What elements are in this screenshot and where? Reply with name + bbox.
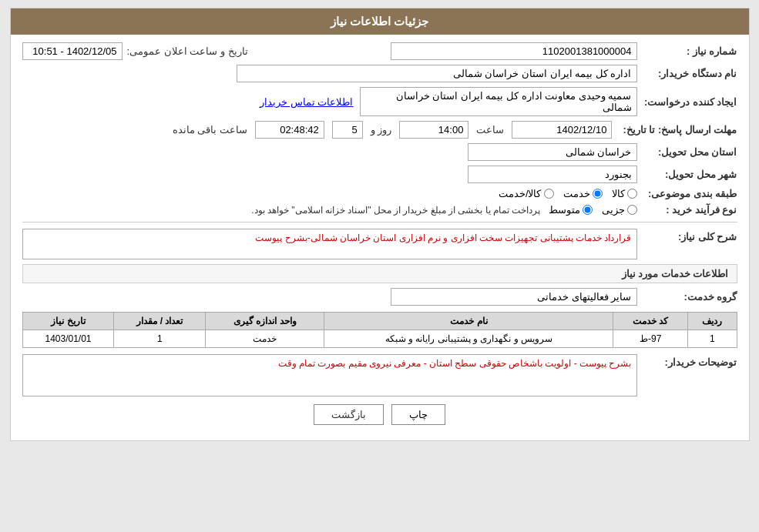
table-row: 197-طسرویس و نگهداری و پشتیبانی رایانه و… [22,330,737,348]
col-quantity: تعداد / مقدار [114,313,206,330]
deadline-row: مهلت ارسال پاسخ: تا تاریخ: 1402/12/10 سا… [22,121,737,139]
service-group-row: گروه خدمت: سایر فعالیتهای خدماتی [22,288,737,306]
delivery-province-label: استان محل تحویل: [637,146,737,158]
creator-row: ایجاد کننده درخواست: سمیه وحیدی معاونت ا… [22,87,737,116]
announcement-datetime-value: 1402/12/05 - 10:51 [22,42,123,60]
page-title: جزئیات اطلاعات نیاز [331,15,428,28]
category-goods-service-option[interactable]: کالا/خدمت [499,188,554,199]
deadline-remaining-value: 02:48:42 [255,121,324,139]
contact-link[interactable]: اطلاعات تماس خریدار [260,96,353,108]
requester-org-label: نام دستگاه خریدار: [637,68,737,79]
category-service-option[interactable]: خدمت [563,188,603,199]
category-goods-service-label: کالا/خدمت [499,188,542,199]
buttons-row: چاپ بازگشت [22,404,737,425]
purchase-partial-option[interactable]: جزیی [602,204,637,216]
purchase-note: پرداخت تمام یا بخشی از مبلغ خریدار از مح… [251,205,540,216]
purchase-medium-radio[interactable] [583,205,593,215]
purchase-partial-label: جزیی [602,204,625,216]
table-cell-quantity: 1 [114,330,206,348]
col-unit: واحد اندازه گیری [206,313,324,330]
category-row: طبقه بندی موضوعی: کالا خدمت کالا/خدمت [22,188,737,199]
form-content: شماره نیاز : 1102001381000004 تاریخ و سا… [11,35,749,440]
buyer-notes-row: توضیحات خریدار: بشرح پیوست - اولویت باشخ… [22,354,737,396]
purchase-type-label: نوع فرآیند خرید : [637,204,737,216]
category-goods-service-radio[interactable] [544,189,554,199]
services-table-section: ردیف کد خدمت نام خدمت واحد اندازه گیری ت… [22,312,737,348]
service-info-section-title: اطلاعات خدمات مورد نیاز [22,264,737,283]
delivery-city-label: شهر محل تحویل: [637,169,737,180]
services-table: ردیف کد خدمت نام خدمت واحد اندازه گیری ت… [22,312,737,348]
category-goods-radio[interactable] [627,189,637,199]
col-service-code: کد خدمت [613,313,688,330]
delivery-province-row: استان محل تحویل: خراسان شمالی [22,143,737,161]
back-button[interactable]: بازگشت [314,404,384,425]
delivery-city-row: شهر محل تحویل: بجنورد [22,166,737,183]
purchase-medium-option[interactable]: متوسط [549,204,593,216]
table-cell-service_name: سرویس و نگهداری و پشتیبانی رایانه و شبکه [324,330,613,348]
need-description-row: شرح کلی نیاز: قرارداد خدمات پشتیبانی تجه… [22,229,737,259]
creator-value: سمیه وحیدی معاونت اداره کل بیمه ایران اس… [360,87,637,116]
need-number-row: شماره نیاز : 1102001381000004 تاریخ و سا… [22,42,737,60]
table-cell-service_code: 97-ط [613,330,688,348]
category-goods-option[interactable]: کالا [612,188,637,199]
deadline-days-value: 5 [332,121,363,139]
need-description-value: قرارداد خدمات پشتیبانی تجهیزات سخت افزار… [22,229,637,259]
purchase-type-row: نوع فرآیند خرید : جزیی متوسط پرداخت تمام… [22,204,737,216]
service-group-value: سایر فعالیتهای خدماتی [391,288,637,306]
deadline-days-label: روز و [371,124,392,136]
buyer-notes-value: بشرح پیوست - اولویت باشخاص حقوقی سطح است… [22,354,637,396]
deadline-date-value: 1402/12/10 [512,121,612,139]
purchase-type-radio-group: جزیی متوسط [549,204,637,216]
service-group-label: گروه خدمت: [637,291,737,303]
main-container: جزئیات اطلاعات نیاز شماره نیاز : 1102001… [10,8,750,441]
page-header: جزئیات اطلاعات نیاز [11,8,749,35]
requester-org-value: اداره کل بیمه ایران استان خراسان شمالی [237,65,637,82]
purchase-medium-label: متوسط [549,204,580,216]
category-radio-group: کالا خدمت کالا/خدمت [499,188,637,199]
divider-1 [22,222,737,223]
category-service-label: خدمت [563,188,590,199]
category-label: طبقه بندی موضوعی: [637,188,737,199]
category-service-radio[interactable] [593,189,603,199]
deadline-time-value: 14:00 [399,121,468,139]
need-description-label: شرح کلی نیاز: [637,229,737,243]
deadline-label: مهلت ارسال پاسخ: تا تاریخ: [616,124,737,136]
table-cell-date: 1403/01/01 [22,330,114,348]
need-number-value: 1102001381000004 [391,42,637,60]
need-number-label: شماره نیاز : [637,45,737,57]
deadline-time-label: ساعت [476,124,504,136]
category-goods-label: کالا [612,188,625,199]
requester-org-row: نام دستگاه خریدار: اداره کل بیمه ایران ا… [22,65,737,82]
col-row: ردیف [688,313,737,330]
col-service-name: نام خدمت [324,313,613,330]
delivery-city-value: بجنورد [468,166,637,183]
print-button[interactable]: چاپ [391,404,445,425]
table-cell-row: 1 [688,330,737,348]
purchase-partial-radio[interactable] [627,205,637,215]
creator-label: ایجاد کننده درخواست: [637,96,737,108]
delivery-province-value: خراسان شمالی [468,143,637,161]
announcement-datetime-label: تاریخ و ساعت اعلان عمومی: [127,45,248,57]
col-date: تاریخ نیاز [22,313,114,330]
deadline-remaining-label: ساعت باقی مانده [173,124,247,136]
table-cell-unit: خدمت [206,330,324,348]
buyer-notes-label: توضیحات خریدار: [637,354,737,368]
